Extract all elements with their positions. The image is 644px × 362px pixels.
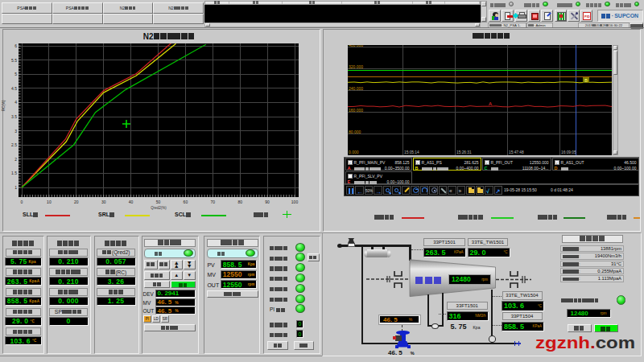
svg-text:160.000: 160.000 [349,108,363,113]
svg-text:400.000: 400.000 [349,45,363,47]
svg-text:15:26:31: 15:26:31 [456,150,472,154]
svg-text:15:47:48: 15:47:48 [509,150,524,154]
svg-text:B: B [584,78,588,83]
svg-text:15:05:14: 15:05:14 [404,150,419,154]
svg-text:240.000: 240.000 [349,86,363,91]
svg-text:A: A [489,101,492,106]
svg-text:320.000: 320.000 [349,64,363,69]
svg-text:16:09:05: 16:09:05 [561,150,576,154]
svg-text:80.000: 80.000 [349,130,361,134]
svg-text:0.000: 0.000 [349,150,359,154]
